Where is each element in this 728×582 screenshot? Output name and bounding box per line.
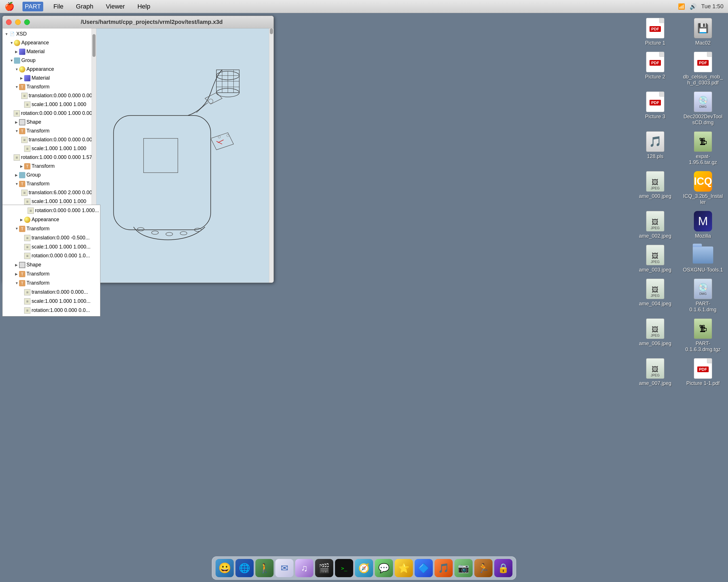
dock-item-ichat[interactable]: 💬	[375, 559, 393, 577]
db-celsius-label: db_celsius_mob_h_d_0303.pdf	[682, 74, 724, 86]
arrow-transform2: ▼	[15, 129, 19, 134]
menu-help[interactable]: Help	[135, 2, 152, 11]
lt-trans-c-rotation[interactable]: ≡ rotation:1.000 0.000 0.0...	[3, 306, 100, 315]
clock: Tue 1:50	[701, 3, 724, 10]
tree-item-transform2[interactable]: ▼ T Transform	[3, 127, 96, 135]
svg-point-12	[218, 136, 220, 138]
desktop-icon-frame002[interactable]: 🖼 JPEG ame_002.jpeg	[632, 209, 678, 241]
picture1-label: Picture 1	[645, 40, 665, 46]
desktop-icon-expat[interactable]: 🗜 expat-1.95.6.tar.gz	[680, 129, 726, 168]
desktop-icon-osxgnu[interactable]: OSXGNU-Tools.1	[680, 242, 726, 275]
dock-item-app2[interactable]: 🔷	[415, 559, 433, 577]
tree-item-group1[interactable]: ▼ Group	[3, 56, 96, 65]
arrow-transform2b: ▶	[20, 164, 24, 169]
desktop-icon-db-celsius[interactable]: PDF db_celsius_mob_h_d_0303.pdf	[680, 50, 726, 88]
dock-item-mail[interactable]: ✉	[275, 559, 293, 577]
lt-transform-c[interactable]: ▼ T Transform	[3, 279, 100, 288]
lt-rotation[interactable]: ≡ rotation:0.000 0.000 1.000...	[3, 206, 100, 215]
lt-trans-a-scale[interactable]: ≡ scale:1.000 1.000 1.000...	[3, 242, 100, 252]
tree-item-xsd[interactable]: ▼ 📄 XSD	[3, 30, 96, 38]
lt-appearance[interactable]: ▶ Appearance	[3, 215, 100, 224]
tree-item-transform3[interactable]: ▼ T Transform	[3, 179, 96, 188]
maximize-button[interactable]	[24, 19, 30, 25]
lt-trans-c-translation[interactable]: ≡ translation:0.000 0.000...	[3, 288, 100, 297]
tree-item-trans3-translation[interactable]: ≡ translation:6.000 2.000 0.000	[3, 188, 96, 197]
dock-item-app3[interactable]: 🎵	[435, 559, 453, 577]
tree-item-material1[interactable]: ▶ Material	[3, 47, 96, 56]
desktop-icon-picture2[interactable]: PDF Picture 2	[632, 50, 678, 88]
tree-vscroll-thumb[interactable]	[93, 34, 96, 57]
tree-item-appearance2[interactable]: ▼ Appearance	[3, 65, 96, 74]
menu-viewer[interactable]: Viewer	[104, 2, 127, 11]
lt-trans-a-translation[interactable]: ≡ translation:0.000 -0.500...	[3, 233, 100, 242]
desktop-icon-picture1[interactable]: PDF Picture 1	[632, 16, 678, 48]
dock-item-finder[interactable]: 😀	[215, 559, 234, 577]
arrow-group1: ▼	[10, 58, 14, 63]
desktop-icon-icq[interactable]: ICQ ICQ_3.2b5_Installer	[680, 169, 726, 208]
lt-shape[interactable]: ▶ Shape	[3, 260, 100, 269]
prop8-icon: ≡	[24, 199, 30, 205]
desktop-icon-part016[interactable]: 💿 DMG PART-0.1.6.1.dmg	[680, 276, 726, 315]
icon-row-6: 🖼 JPEG ame_002.jpeg M Mozilla	[618, 209, 726, 241]
menu-file[interactable]: File	[51, 2, 66, 11]
transform1-icon: T	[19, 84, 25, 90]
arrow-transform3: ▼	[15, 181, 19, 186]
lower-tree-content: ≡ rotation:0.000 0.000 1.000... ▶ Appear…	[3, 205, 100, 316]
dock-item-app4[interactable]: 📷	[454, 559, 473, 577]
dock-item-person[interactable]: 🚶	[255, 559, 274, 577]
tree-item-trans2-scale[interactable]: ≡ scale:1.000 1.000 1.000	[3, 144, 96, 153]
desktop-icon-frame000[interactable]: 🖼 JPEG ame_000.jpeg	[632, 169, 678, 208]
minimize-button[interactable]	[15, 19, 21, 25]
desktop-icon-mozilla[interactable]: M Mozilla	[680, 209, 726, 241]
viewport-vscroll-thumb[interactable]	[270, 28, 273, 34]
desktop-icon-picture3[interactable]: PDF Picture 3	[632, 89, 678, 128]
part016-label: PART-0.1.6.1.dmg	[682, 301, 724, 313]
tree-item-group2[interactable]: ▶ Group	[3, 170, 96, 179]
desktop-icon-frame004[interactable]: 🖼 JPEG ame_004.jpeg	[632, 276, 678, 315]
lt-trans-a-rotation[interactable]: ≡ rotation:0.000 0.000 1.0...	[3, 252, 100, 260]
tree-item-transform1[interactable]: ▼ T Transform	[3, 82, 96, 91]
lt-trans-a-rotation-label: rotation:0.000 0.000 1.0...	[31, 252, 90, 260]
viewport[interactable]	[97, 28, 274, 283]
viewport-vscroll[interactable]	[269, 28, 274, 283]
desktop-icon-picture11[interactable]: PDF Picture 1-1.pdf	[680, 356, 726, 389]
lt-trans-c-scale[interactable]: ≡ scale:1.000 1.000 1.000...	[3, 297, 100, 306]
desktop-icon-dec2002[interactable]: 💿 DMG Dec2002DevToolsCD.dmg	[680, 89, 726, 128]
desktop-icon-128pls[interactable]: 🎵 128.pls	[632, 129, 678, 168]
dock-item-imovie[interactable]: 🎬	[315, 559, 333, 577]
tree-item-trans1-translation[interactable]: ≡ translation:0.000 0.000 0.000	[3, 91, 96, 100]
menu-graph[interactable]: Graph	[74, 2, 96, 11]
shape1-label: Shape	[26, 118, 41, 126]
dec2002-img: 💿 DMG	[693, 91, 713, 112]
dock-item-app1[interactable]: ⭐	[395, 559, 413, 577]
tree-item-material2[interactable]: ▶ Material	[3, 74, 96, 82]
tree-item-shape1[interactable]: ▶ Shape	[3, 118, 96, 127]
desktop-icon-frame007[interactable]: 🖼 JPEG ame_007.jpeg	[632, 356, 678, 389]
dock-item-app6[interactable]: 🔒	[494, 559, 513, 577]
lt-transform-a[interactable]: ▼ T Transform	[3, 224, 100, 233]
dock-item-itunes[interactable]: ♫	[295, 559, 313, 577]
apple-menu[interactable]: 🍎	[4, 2, 15, 11]
dock-item-app5[interactable]: 🏃	[474, 559, 493, 577]
close-button[interactable]	[6, 19, 12, 25]
dock-item-ie[interactable]: 🌐	[235, 559, 254, 577]
dock-item-terminal[interactable]: >_	[335, 559, 353, 577]
appearance1-icon	[14, 40, 20, 46]
trans2-scale-label: scale:1.000 1.000 1.000	[31, 145, 86, 152]
lt-transform-b[interactable]: ▶ T Transform	[3, 269, 100, 279]
tree-item-trans2-translation[interactable]: ≡ translation:0.000 0.000 0.000	[3, 135, 96, 144]
dock-item-safari[interactable]: 🧭	[355, 559, 373, 577]
tree-item-trans1-scale[interactable]: ≡ scale:1.000 1.000 1.000	[3, 100, 96, 109]
tree-item-transform2b[interactable]: ▶ T Transform	[3, 162, 96, 170]
desktop-icon-frame003[interactable]: 🖼 JPEG ame_003.jpeg	[632, 242, 678, 275]
tree-item-appearance1[interactable]: ▼ Appearance	[3, 38, 96, 47]
menu-part[interactable]: PART	[23, 2, 43, 11]
desktop-icon-frame006[interactable]: 🖼 JPEG ame_006.jpeg	[632, 316, 678, 355]
desktop-icon-mac02[interactable]: 💾 Mac02	[680, 16, 726, 48]
volume-icon[interactable]: 🔊	[690, 3, 697, 10]
transform1-label: Transform	[26, 83, 50, 91]
app2-icon: 🔷	[415, 559, 433, 577]
desktop-icon-part0163[interactable]: 🗜 PART-0.1.6.3.dmg.tgz	[680, 316, 726, 355]
tree-item-trans1-rotation[interactable]: ≡ rotation:0.000 0.000 1.000 0.000	[3, 109, 96, 118]
tree-item-trans2-rotation[interactable]: ≡ rotation:1.000 0.000 0.000 1.571	[3, 153, 96, 162]
